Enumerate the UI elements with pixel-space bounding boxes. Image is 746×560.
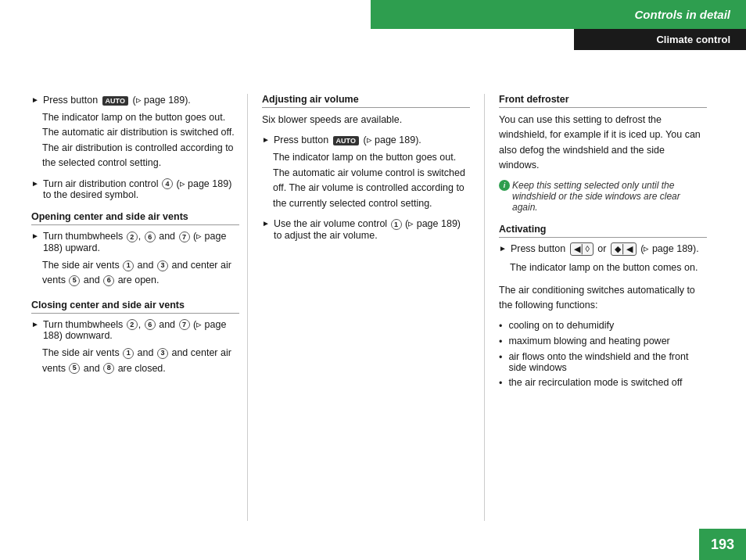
circle-3a: 3 — [157, 260, 168, 271]
col2-bullet1: ► Press button AUTO (▹ page 189). — [262, 134, 470, 145]
circle-6b: 6 — [103, 275, 114, 286]
section-title: Controls in detail — [634, 8, 730, 21]
circle-1b: 1 — [123, 348, 134, 359]
page-number: 193 — [699, 529, 746, 560]
bullet-arrow-icon-4: ► — [31, 320, 39, 328]
dot-bullet-3: • — [499, 352, 502, 363]
col1-bullet1: ► Press button AUTO (▹ page 189). — [31, 94, 239, 106]
auto-badge-2: AUTO — [333, 136, 359, 145]
col2-intro: Six blower speeds are available. — [262, 113, 470, 127]
bullet-arrow-icon-7: ► — [499, 244, 507, 253]
column-3: Front defroster You can use this setting… — [485, 94, 715, 521]
section-title-bar: Controls in detail — [371, 0, 746, 29]
section2-para1: The side air vents 1 and 3 and center ai… — [42, 346, 239, 376]
info-note-text: Keep this setting selected only until th… — [512, 180, 707, 213]
dot-bullet-4: • — [499, 378, 502, 389]
circle-2a: 2 — [127, 232, 138, 242]
section1-bullet1: ► Turn thumbwheels 2, 6 and 7 (▹ page 18… — [31, 230, 239, 253]
function-4-text: the air recirculation mode is switched o… — [508, 377, 682, 388]
circle-5a: 5 — [69, 275, 80, 286]
function-item-3: • air flows onto the windshield and the … — [499, 351, 707, 373]
subsection-title-bar: Climate control — [574, 29, 746, 50]
section1-title: Opening center and side air vents — [31, 211, 188, 222]
col1-bullet2: ► Turn air distribution control 4 (▹ pag… — [31, 178, 239, 201]
bullet-arrow-icon-5: ► — [262, 135, 270, 144]
col1-intro-text: Press button AUTO (▹ page 189). — [43, 94, 191, 106]
section2-bullet1: ► Turn thumbwheels 2, 6 and 7 (▹ page 18… — [31, 318, 239, 342]
col2-title: Adjusting air volume — [262, 94, 359, 105]
function-2-text: maximum blowing and heating power — [508, 336, 669, 346]
page-header: Controls in detail Climate control — [371, 0, 746, 50]
column-1: ► Press button AUTO (▹ page 189). The in… — [31, 94, 247, 521]
circle-3b: 3 — [157, 348, 168, 359]
circle-1a: 1 — [123, 260, 134, 271]
function-3-text: air flows onto the windshield and the fr… — [508, 351, 707, 373]
col2-heading: Adjusting air volume — [262, 94, 470, 108]
col1-bullet2-text: Turn air distribution control 4 (▹ page … — [43, 178, 239, 201]
circle-7b: 7 — [179, 319, 190, 330]
circle-6a: 6 — [145, 232, 156, 242]
bullet-arrow-icon-3: ► — [31, 232, 39, 240]
section2-bullet1-text: Turn thumbwheels 2, 6 and 7 (▹ page 188)… — [43, 318, 239, 342]
bullet-arrow-icon-2: ► — [31, 179, 39, 188]
col2-bullet1-text: Press button AUTO (▹ page 189). — [274, 134, 421, 145]
info-note-block: i Keep this setting selected only until … — [499, 180, 707, 213]
activating-para: The indicator lamp on the button comes o… — [510, 260, 707, 275]
circle-5b: 5 — [69, 363, 80, 374]
column-2: Adjusting air volume Six blower speeds a… — [247, 94, 485, 521]
info-icon: i — [499, 180, 510, 191]
subsection-title: Climate control — [656, 34, 730, 45]
dot-bullet-1: • — [499, 321, 502, 332]
circle-6c: 6 — [145, 319, 156, 330]
activating-bullet-text: Press button ◀│◊ or ◆│◀ (▹ page 189). — [511, 242, 699, 256]
col3-heading: Front defroster — [499, 94, 707, 108]
bullet-arrow-icon: ► — [31, 95, 39, 104]
section1-bullet1-text: Turn thumbwheels 2, 6 and 7 (▹ page 188)… — [43, 230, 239, 253]
bullet-arrow-icon-6: ► — [262, 219, 270, 228]
section1-heading: Opening center and side air vents — [31, 211, 239, 225]
activating-title: Activating — [499, 224, 546, 235]
col2-para1: The indicator lamp on the button goes ou… — [273, 150, 470, 211]
defroster-btn-2: ◆│◀ — [611, 242, 637, 256]
function-1-text: cooling on to dehumidify — [508, 320, 614, 331]
section1-para1: The side air vents 1 and 3 and center ai… — [42, 258, 239, 289]
function-item-4: • the air recirculation mode is switched… — [499, 377, 707, 389]
auto-badge: AUTO — [102, 96, 128, 106]
col1-intro-para: The indicator lamp on the button goes ou… — [42, 110, 239, 171]
activating-bullet: ► Press button ◀│◊ or ◆│◀ (▹ page 189). — [499, 242, 707, 256]
function-item-1: • cooling on to dehumidify — [499, 320, 707, 332]
main-content: ► Press button AUTO (▹ page 189). The in… — [31, 94, 715, 521]
col2-bullet2-text: Use the air volume control 1 (▹ page 189… — [274, 217, 470, 241]
circle-7a: 7 — [179, 232, 190, 242]
circle-1c: 1 — [391, 219, 402, 230]
section2-title: Closing center and side air vents — [31, 300, 185, 311]
circle-8a: 8 — [103, 363, 114, 374]
col2-bullet2: ► Use the air volume control 1 (▹ page 1… — [262, 217, 470, 241]
auto-switch-para: The air conditioning switches automatica… — [499, 283, 707, 314]
defroster-btn-1: ◀│◊ — [570, 242, 594, 256]
col3-para1: You can use this setting to defrost the … — [499, 113, 707, 174]
function-item-2: • maximum blowing and heating power — [499, 336, 707, 347]
section2-heading: Closing center and side air vents — [31, 300, 239, 314]
circle-4: 4 — [162, 178, 173, 189]
circle-2b: 2 — [127, 319, 138, 330]
col3-title: Front defroster — [499, 94, 569, 105]
dot-bullet-2: • — [499, 336, 502, 347]
activating-heading: Activating — [499, 224, 707, 238]
